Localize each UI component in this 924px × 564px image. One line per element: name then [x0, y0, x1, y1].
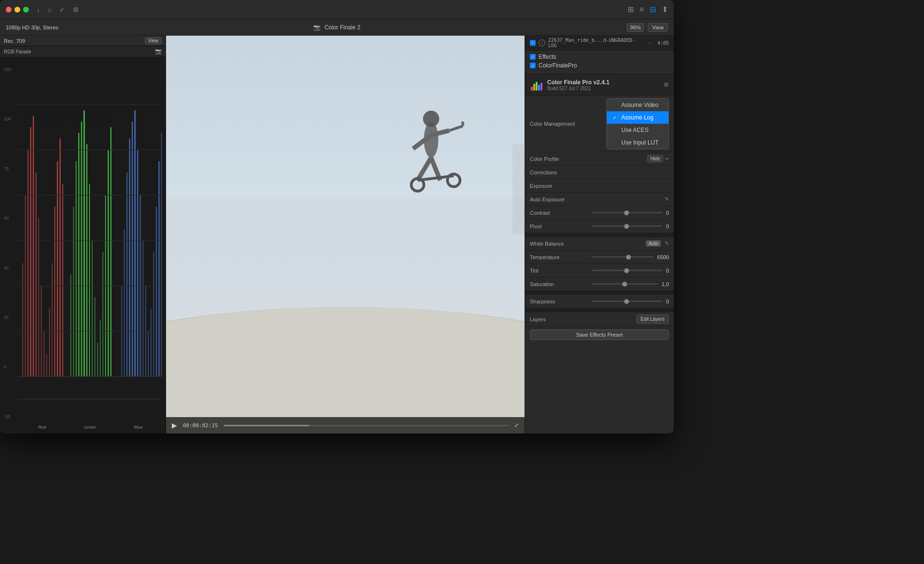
video-preview: ▶ 00:00:02:15 ⤢	[166, 36, 525, 433]
titlebar-right: ⊞ ≡ ⊟ ⬆	[628, 5, 668, 14]
clip-name-info: 22637_Man_ride_b...d-UNGRADED-LOG	[548, 38, 644, 48]
cfpro-checkbox[interactable]: ✓	[530, 63, 536, 68]
topbar-left: 1080p HD 30p, Stereo	[6, 25, 308, 30]
temperature-label: Temperature	[530, 254, 588, 260]
saturation-track	[591, 283, 658, 285]
gear-icon[interactable]: ⚙	[73, 6, 79, 13]
assume-log-option[interactable]: ✓ Assume Log	[607, 111, 668, 124]
color-profile-label: Color Profile	[530, 156, 588, 162]
project-title: Color Finale 2	[324, 24, 360, 31]
waveform-view-button[interactable]: View	[145, 37, 162, 44]
video-controls-bar: ▶ 00:00:02:15 ⤢	[166, 417, 525, 433]
view-button[interactable]: View	[648, 23, 668, 32]
snapshot-icon[interactable]: 📷	[155, 48, 162, 54]
hide-button[interactable]: Hide	[647, 155, 663, 162]
info-bar: ✓ i 22637_Man_ride_b...d-UNGRADED-LOG ··…	[525, 36, 674, 51]
expand-button[interactable]: ⤢	[514, 422, 519, 429]
svg-rect-78	[536, 82, 538, 91]
minimize-button[interactable]	[14, 7, 20, 13]
key-icon[interactable]: ⌂	[48, 6, 51, 13]
layers-label: Layers	[530, 316, 588, 322]
share-icon[interactable]: ⬆	[662, 5, 668, 14]
waveform-x-labels: Red Green Blue	[19, 425, 162, 430]
cfpro-header: Color Finale Pro v2.4.1 Build 527 Jul 7 …	[525, 74, 674, 96]
saturation-label: Saturation	[530, 281, 588, 287]
effects-label: Effects	[539, 53, 556, 60]
topbar-center: 📷 Color Finale 2	[313, 24, 360, 31]
tint-row: Tint 0	[525, 264, 674, 277]
separator-2	[525, 291, 674, 295]
temperature-slider[interactable]	[591, 256, 654, 258]
sharpness-value: 0	[666, 299, 669, 304]
tint-slider[interactable]	[591, 270, 662, 271]
svg-rect-76	[531, 87, 533, 91]
white-balance-label: White Balance	[530, 241, 588, 247]
saturation-row: Saturation 1,0	[525, 277, 674, 291]
play-button[interactable]: ▶	[172, 421, 177, 429]
save-effects-preset-button[interactable]: Save Effects Preset	[530, 329, 669, 340]
edit-layers-button[interactable]: Edit Layers	[636, 315, 669, 324]
use-aces-option[interactable]: Use ACES	[607, 124, 668, 136]
svg-point-61	[423, 111, 439, 127]
contrast-row: Contrast 0	[525, 206, 674, 220]
pivot-slider[interactable]	[591, 225, 662, 227]
info-icon[interactable]: i	[539, 39, 545, 46]
tint-thumb[interactable]	[624, 268, 629, 273]
auto-badge[interactable]: Auto	[646, 240, 661, 247]
cfpro-checkbox-row: ✓ ColorFinalePro	[530, 62, 669, 69]
saturation-slider[interactable]	[591, 283, 658, 285]
cfpro-icon	[530, 78, 543, 92]
color-profile-row: Color Profile Hide ↩	[525, 152, 674, 166]
tint-value: 0	[666, 268, 669, 274]
contrast-track	[591, 212, 662, 213]
pivot-thumb[interactable]	[624, 224, 629, 229]
video-frame	[166, 36, 525, 433]
traffic-lights	[6, 7, 29, 13]
cfpro-gear-icon[interactable]: ⚙	[664, 81, 669, 88]
corrections-label: Corrections	[530, 170, 588, 175]
effects-checkbox-row: ✓ Effects	[530, 53, 669, 60]
sharpness-thumb[interactable]	[624, 299, 629, 304]
sharpness-track	[591, 301, 662, 302]
grid-icon[interactable]: ⊞	[628, 5, 634, 14]
assume-video-option[interactable]: Assume Video	[607, 99, 668, 111]
list-icon[interactable]: ≡	[640, 5, 644, 14]
use-input-lut-option[interactable]: Use Input LUT	[607, 136, 668, 149]
effects-header: ✓ Effects ✓ ColorFinalePro	[525, 51, 674, 74]
waveform-display: 120 100 75 50 42 25 0 -20	[0, 57, 166, 433]
contrast-thumb[interactable]	[624, 210, 629, 215]
white-balance-edit-icon[interactable]: ✎	[665, 240, 669, 247]
cfpro-title-block: Color Finale Pro v2.4.1 Build 527 Jul 7 …	[547, 79, 609, 91]
temperature-value: 6500	[657, 254, 669, 260]
waveform-svg	[17, 59, 162, 422]
color-profile-dropdown[interactable]: Assume Video ✓ Assume Log Use ACES U	[606, 98, 669, 149]
sharpness-slider[interactable]	[591, 301, 662, 302]
effects-filter-checkbox[interactable]: ✓	[530, 40, 536, 46]
layers-row: Layers Edit Layers	[525, 312, 674, 327]
saturation-thumb[interactable]	[622, 282, 627, 287]
cfpro-title: Color Finale Pro v2.4.1	[547, 79, 609, 86]
effects-checkbox[interactable]: ✓	[530, 54, 536, 60]
clip-duration: 4:05	[657, 40, 669, 46]
maximize-button[interactable]	[23, 7, 29, 13]
rec709-label: Rec. 709	[4, 38, 25, 44]
white-balance-row: White Balance Auto ✎	[525, 237, 674, 250]
topbar: 1080p HD 30p, Stereo 📷 Color Finale 2 96…	[0, 19, 674, 36]
zoom-level[interactable]: 96%	[627, 23, 644, 32]
temperature-thumb[interactable]	[626, 255, 631, 260]
color-management-dropdown-container: Assume Video ✓ Assume Log Use ACES U	[606, 98, 669, 149]
pivot-value: 0	[666, 223, 669, 229]
down-arrow-icon[interactable]: ↓	[37, 6, 40, 13]
svg-point-59	[166, 307, 525, 433]
check-icon[interactable]: ✓	[59, 6, 65, 13]
auto-exposure-edit-icon[interactable]: ✎	[665, 196, 669, 202]
cfpro-subtitle: Build 527 Jul 7 2021	[547, 86, 609, 91]
color-management-label: Color Management	[530, 121, 588, 127]
auto-exposure-label: Auto Exposure	[530, 197, 588, 202]
close-button[interactable]	[6, 7, 12, 13]
progress-fill	[224, 425, 309, 426]
split-icon[interactable]: ⊟	[650, 5, 656, 14]
svg-rect-79	[538, 85, 540, 91]
contrast-slider[interactable]	[591, 212, 662, 213]
playback-progress[interactable]	[224, 425, 508, 426]
